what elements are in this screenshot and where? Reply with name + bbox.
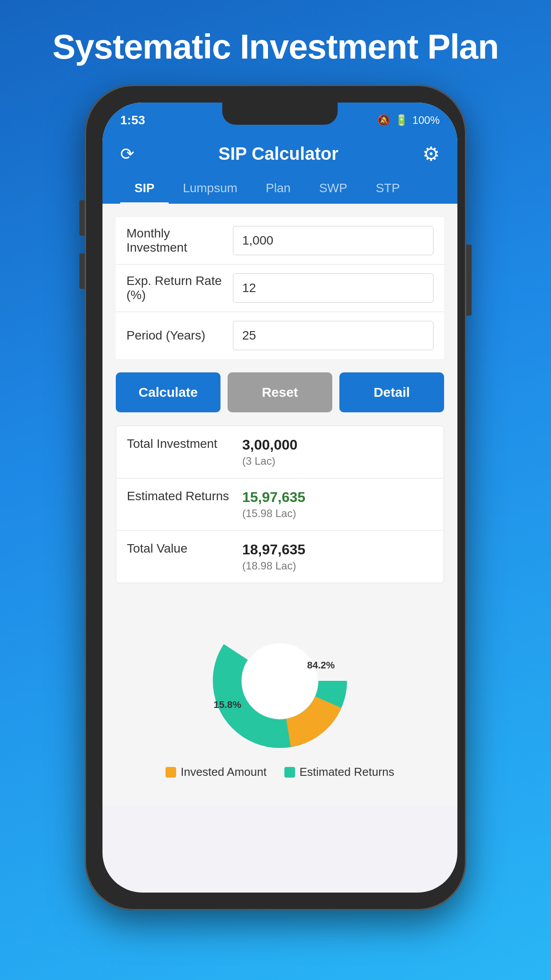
invested-pct-label: 15.8%	[213, 699, 241, 711]
status-icons: 🔕 🔋 100%	[377, 114, 440, 126]
app-title: SIP Calculator	[218, 144, 338, 164]
detail-button[interactable]: Detail	[339, 372, 444, 412]
legend-invested: Invested Amount	[165, 765, 267, 779]
total-investment-label: Total Investment	[127, 437, 242, 451]
estimated-returns-label: Estimated Returns	[127, 489, 242, 503]
period-input[interactable]	[233, 321, 433, 350]
donut-center	[242, 643, 318, 719]
volume-up-button[interactable]	[79, 200, 85, 236]
donut-chart: 84.2% 15.8%	[205, 605, 355, 756]
tab-lumpsum[interactable]: Lumpsum	[169, 174, 252, 204]
history-icon[interactable]: ⟳	[120, 144, 134, 164]
total-value-value: 18,97,635	[242, 541, 433, 558]
calculate-button[interactable]: Calculate	[116, 372, 220, 412]
estimated-returns-row: Estimated Returns 15,97,635 (15.98 Lac)	[116, 478, 444, 531]
settings-icon[interactable]: ⚙	[422, 142, 440, 165]
estimated-returns-value-wrap: 15,97,635 (15.98 Lac)	[242, 489, 433, 520]
tab-stp[interactable]: STP	[362, 174, 414, 204]
monthly-investment-label: MonthlyInvestment	[126, 226, 224, 255]
app-header: ⟳ SIP Calculator ⚙ SIP Lumpsum Plan SWP …	[102, 134, 457, 204]
period-row: Period (Years)	[116, 312, 444, 359]
inputs-section: MonthlyInvestment Exp. Return Rate(%) Pe…	[116, 217, 444, 359]
mute-icon: 🔕	[377, 114, 390, 126]
total-investment-row: Total Investment 3,00,000 (3 Lac)	[116, 426, 444, 478]
total-value-wrap: 18,97,635 (18.98 Lac)	[242, 541, 433, 572]
total-investment-value-wrap: 3,00,000 (3 Lac)	[242, 437, 433, 467]
invested-dot	[165, 767, 176, 778]
return-rate-input[interactable]	[233, 273, 433, 303]
estimated-returns-sub: (15.98 Lac)	[242, 507, 433, 520]
invested-legend-label: Invested Amount	[181, 765, 267, 779]
total-value-row: Total Value 18,97,635 (18.98 Lac)	[116, 531, 444, 583]
results-table: Total Investment 3,00,000 (3 Lac) Estima…	[116, 426, 444, 583]
tab-plan[interactable]: Plan	[252, 174, 305, 204]
battery-icon: 🔋	[395, 114, 408, 126]
return-rate-row: Exp. Return Rate(%)	[116, 265, 444, 312]
tabs-container: SIP Lumpsum Plan SWP STP	[120, 174, 440, 204]
legend-returns: Estimated Returns	[284, 765, 394, 779]
tab-sip[interactable]: SIP	[120, 174, 169, 204]
returns-legend-label: Estimated Returns	[299, 765, 394, 779]
main-content: MonthlyInvestment Exp. Return Rate(%) Pe…	[102, 204, 457, 806]
power-button[interactable]	[466, 245, 472, 316]
reset-button[interactable]: Reset	[228, 372, 332, 412]
estimated-returns-value: 15,97,635	[242, 489, 433, 506]
action-buttons: Calculate Reset Detail	[116, 372, 444, 412]
total-value-label: Total Value	[127, 541, 242, 556]
tab-swp[interactable]: SWP	[305, 174, 362, 204]
period-label: Period (Years)	[126, 328, 224, 343]
page-title-banner: Systematic Investment Plan	[35, 0, 516, 85]
phone-notch	[222, 103, 338, 125]
returns-pct-label: 84.2%	[307, 660, 335, 671]
battery-percent: 100%	[413, 114, 440, 126]
status-time: 1:53	[120, 113, 145, 127]
returns-dot	[284, 767, 295, 778]
chart-legend: Invested Amount Estimated Returns	[165, 765, 394, 779]
volume-down-button[interactable]	[79, 253, 85, 289]
monthly-investment-input[interactable]	[233, 226, 433, 255]
monthly-investment-row: MonthlyInvestment	[116, 217, 444, 265]
donut-svg	[205, 605, 355, 756]
total-investment-sub: (3 Lac)	[242, 455, 433, 467]
return-rate-label: Exp. Return Rate(%)	[126, 274, 224, 302]
total-value-sub: (18.98 Lac)	[242, 560, 433, 572]
total-investment-value: 3,00,000	[242, 437, 433, 453]
chart-container: 84.2% 15.8% Invested Amount Estimated Re…	[116, 597, 444, 792]
